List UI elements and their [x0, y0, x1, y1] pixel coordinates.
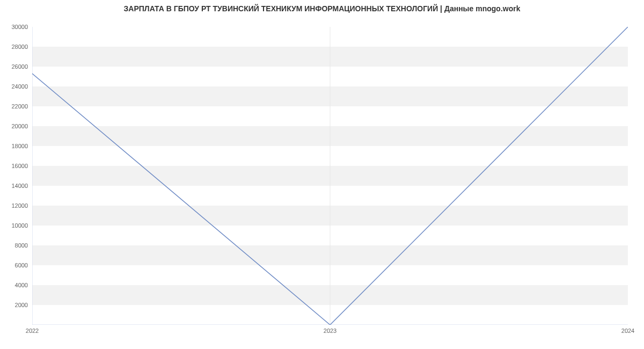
y-tick-label: 16000: [4, 163, 28, 169]
y-tick-label: 22000: [4, 103, 28, 110]
plot-area: [32, 27, 628, 325]
x-tick-label: 2024: [621, 328, 634, 334]
x-tick-label: 2023: [324, 328, 336, 334]
y-tick-label: 4000: [4, 282, 28, 288]
y-tick-label: 14000: [4, 183, 28, 189]
y-tick-label: 12000: [4, 202, 28, 209]
y-tick-label: 6000: [4, 262, 28, 268]
y-tick-label: 20000: [4, 123, 28, 129]
chart-svg: [32, 27, 628, 325]
y-tick-label: 2000: [4, 302, 28, 308]
chart-title: ЗАРПЛАТА В ГБПОУ РТ ТУВИНСКИЙ ТЕХНИКУМ И…: [0, 4, 644, 13]
y-tick-label: 30000: [4, 24, 28, 30]
y-tick-label: 18000: [4, 143, 28, 149]
y-tick-label: 26000: [4, 63, 28, 70]
chart-container: ЗАРПЛАТА В ГБПОУ РТ ТУВИНСКИЙ ТЕХНИКУМ И…: [0, 0, 644, 349]
x-tick-label: 2022: [26, 328, 39, 334]
y-tick-label: 28000: [4, 43, 28, 50]
y-tick-label: 24000: [4, 83, 28, 90]
y-tick-label: 8000: [4, 242, 28, 249]
y-tick-label: 10000: [4, 222, 28, 229]
